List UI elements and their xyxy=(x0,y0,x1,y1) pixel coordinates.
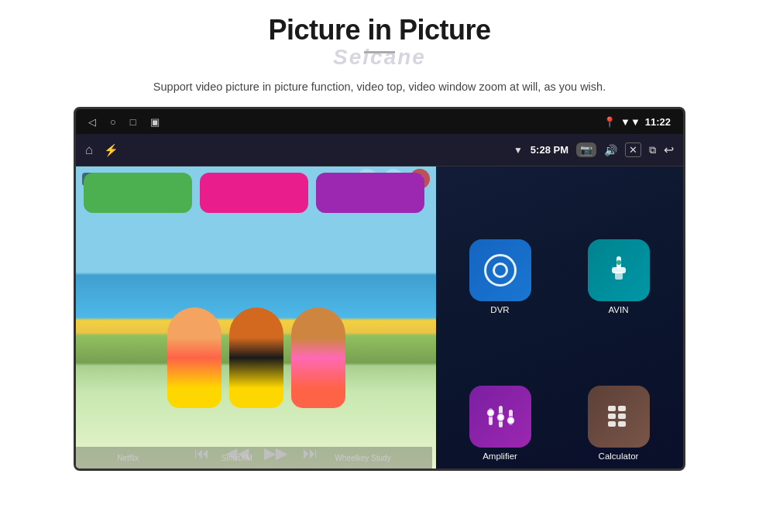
siriusxm-label: SiriusXM xyxy=(222,454,252,462)
amplifier-label: Amplifier xyxy=(483,451,517,461)
calculator-grid-icon xyxy=(603,402,634,431)
svg-point-3 xyxy=(616,260,621,265)
camera-icon[interactable]: 📷 xyxy=(576,142,596,157)
status-time: 11:22 xyxy=(645,116,671,128)
nav-app-icon[interactable]: ▣ xyxy=(150,116,160,128)
app-row-1: DVR AVIN xyxy=(445,174,674,314)
amplifier-icon-box xyxy=(469,386,531,448)
page-title: Picture in Picture xyxy=(0,14,759,46)
topbar-time: 5:28 PM xyxy=(531,144,568,156)
home-icon[interactable]: ⌂ xyxy=(85,142,93,158)
calculator-label: Calculator xyxy=(599,451,639,461)
location-icon: 📍 xyxy=(603,116,616,128)
statusbar-indicators: 📍 ▼▼ 11:22 xyxy=(603,116,671,128)
avin-label: AVIN xyxy=(609,305,629,314)
dvr-inner-ring xyxy=(493,263,508,278)
netflix-partial-icon[interactable] xyxy=(84,173,192,213)
android-statusbar: ◁ ○ □ ▣ 📍 ▼▼ 11:22 xyxy=(76,109,683,134)
wheelkey-label: Wheelkey Study xyxy=(335,454,390,462)
page-subtitle: Support video picture in picture functio… xyxy=(101,78,658,96)
figure-2 xyxy=(229,307,283,408)
app-topbar: ⌂ ⚡ ▼ 5:28 PM 📷 🔊 ✕ ⧉ ↩ xyxy=(76,134,683,166)
svg-rect-2 xyxy=(615,272,623,280)
wifi-icon: ▼▼ xyxy=(620,116,641,128)
avin-icon-box xyxy=(588,239,650,301)
statusbar-nav: ◁ ○ □ ▣ xyxy=(88,116,160,128)
svg-point-9 xyxy=(507,417,514,424)
android-content: ▶ — + ✕ ⏮ ◀◀ ▶▶ ⏭ xyxy=(76,166,683,469)
app-row-2: Amplifier xyxy=(445,321,674,461)
amplifier-sliders-icon xyxy=(485,402,516,431)
svg-rect-13 xyxy=(618,414,626,419)
dvr-app-item[interactable]: DVR xyxy=(445,174,555,314)
title-divider xyxy=(364,51,395,53)
figure-1 xyxy=(167,307,222,408)
wheelkey-partial-icon[interactable] xyxy=(316,173,424,213)
page-container: Picture in Picture Seicane Support video… xyxy=(0,0,759,532)
figure-3 xyxy=(291,307,345,408)
nav-recent-icon[interactable]: □ xyxy=(130,116,136,128)
svg-rect-14 xyxy=(608,421,616,427)
dvr-icon-box xyxy=(469,239,531,301)
topbar-right-area: ▼ 5:28 PM 📷 🔊 ✕ ⧉ ↩ xyxy=(513,142,674,157)
dvr-circle-icon xyxy=(484,254,517,287)
video-figures xyxy=(94,227,418,408)
back-arrow-icon[interactable]: ↩ xyxy=(664,142,674,157)
dvr-label: DVR xyxy=(490,305,509,314)
svg-point-7 xyxy=(496,414,504,421)
svg-rect-15 xyxy=(618,421,626,427)
nav-home-icon[interactable]: ○ xyxy=(110,116,116,128)
svg-point-5 xyxy=(486,409,494,417)
left-app-labels: Netflix SiriusXM Wheelkey Study xyxy=(76,447,432,469)
siriusxm-partial-icon[interactable] xyxy=(200,173,308,213)
wifi-signal-icon: ▼ xyxy=(513,145,523,156)
calculator-app-item[interactable]: Calculator xyxy=(563,321,674,461)
usb-icon: ⚡ xyxy=(104,143,118,157)
app-grid: DVR AVIN xyxy=(435,166,683,469)
device-frame: ◁ ○ □ ▣ 📍 ▼▼ 11:22 ⌂ ⚡ ▼ 5:28 PM 📷 🔊 xyxy=(74,107,685,471)
netflix-label: Netflix xyxy=(117,454,139,462)
svg-rect-10 xyxy=(608,406,616,411)
top-partial-app-row xyxy=(76,166,432,213)
watermark: Seicane xyxy=(333,45,426,70)
volume-icon[interactable]: 🔊 xyxy=(604,144,617,156)
close-x-icon[interactable]: ✕ xyxy=(625,142,641,157)
avin-svg-icon xyxy=(604,255,634,286)
amplifier-app-item[interactable]: Amplifier xyxy=(445,321,555,461)
svg-rect-12 xyxy=(608,414,616,419)
header-section: Picture in Picture Seicane Support video… xyxy=(0,0,759,96)
avin-app-item[interactable]: AVIN xyxy=(563,174,674,314)
topbar-left-icons: ⌂ ⚡ xyxy=(85,142,118,158)
nav-back-icon[interactable]: ◁ xyxy=(88,116,96,128)
calculator-icon-box xyxy=(588,386,650,448)
pip-window-icon[interactable]: ⧉ xyxy=(649,144,656,156)
svg-rect-11 xyxy=(618,406,626,411)
